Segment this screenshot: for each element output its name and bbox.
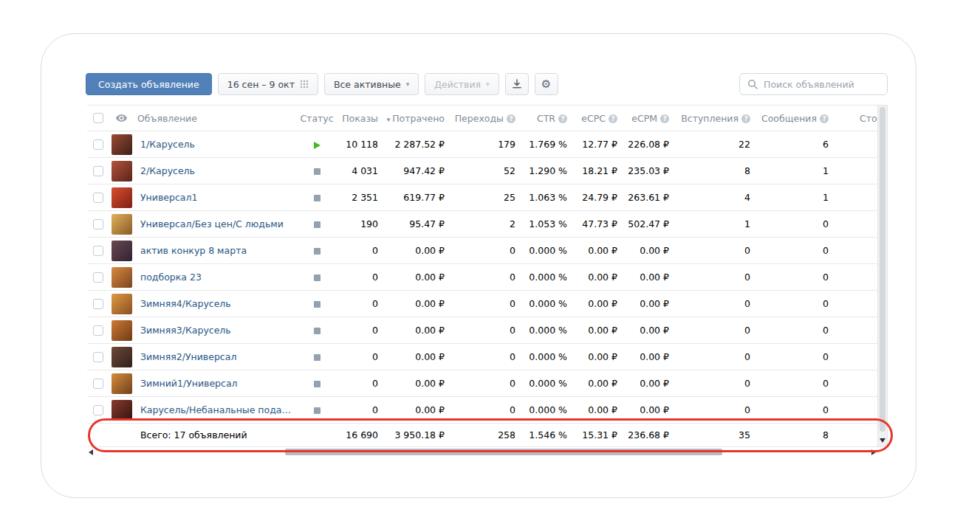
ad-thumbnail[interactable] — [112, 400, 132, 421]
cell-messages: 1 — [753, 165, 832, 176]
column-header-status[interactable]: Статус — [294, 113, 340, 124]
cell-clicks: 0 — [448, 325, 518, 336]
ad-name-link[interactable]: Зимняя4/Карусель — [140, 298, 231, 309]
cell-impressions: 190 — [340, 218, 381, 229]
cell-ecpm: 0.00 ₽ — [620, 245, 672, 256]
scroll-down-icon[interactable] — [880, 438, 885, 443]
column-header-ad[interactable]: Объявление — [137, 113, 197, 124]
row-checkbox[interactable] — [93, 219, 103, 229]
export-button[interactable] — [505, 73, 529, 95]
help-icon[interactable]: ? — [558, 114, 567, 123]
search-box[interactable] — [739, 73, 888, 95]
row-checkbox[interactable] — [93, 352, 103, 362]
help-icon[interactable]: ? — [660, 114, 669, 123]
row-checkbox[interactable] — [93, 246, 103, 256]
column-header-messages[interactable]: Сообщения? — [753, 113, 832, 124]
ad-thumbnail[interactable] — [112, 161, 132, 182]
help-icon[interactable]: ? — [609, 114, 617, 123]
total-spent: 3 950.18 ₽ — [381, 429, 448, 441]
cell-ctr: 0.000 % — [518, 298, 570, 309]
table-row: Карусель/Небанальные подарки 0 0.00 ₽ 0 … — [87, 397, 877, 424]
ad-thumbnail[interactable] — [112, 241, 132, 261]
chevron-down-icon: ▾ — [406, 81, 410, 88]
date-range-label: 16 сен – 9 окт — [227, 79, 295, 90]
status-filter-dropdown[interactable]: Все активные ▾ — [324, 73, 419, 95]
column-header-cost[interactable]: Стои? — [832, 113, 877, 124]
date-range-button[interactable]: 16 сен – 9 окт — [218, 73, 318, 95]
help-icon[interactable]: ? — [820, 114, 829, 123]
table-row: 1/Карусель 10 118 2 287.52 ₽ 179 1.769 %… — [87, 131, 877, 158]
ad-name-link[interactable]: Карусель/Небанальные подарки — [140, 404, 294, 415]
scroll-left-icon[interactable] — [89, 449, 93, 455]
column-header-ctr[interactable]: CTR? — [518, 113, 570, 124]
scroll-right-icon[interactable] — [871, 449, 876, 455]
actions-dropdown[interactable]: Действия ▾ — [425, 73, 498, 95]
cell-messages: 0 — [753, 245, 832, 256]
ad-thumbnail[interactable] — [112, 294, 132, 314]
column-header-clicks[interactable]: Переходы? — [448, 113, 518, 124]
ad-thumbnail[interactable] — [112, 134, 132, 155]
cell-ecpm: 0.00 ₽ — [620, 351, 672, 362]
total-messages: 8 — [753, 429, 832, 441]
horizontal-scrollbar[interactable] — [87, 447, 877, 457]
row-checkbox[interactable] — [93, 405, 103, 415]
cell-impressions: 10 118 — [340, 139, 381, 150]
select-all-checkbox[interactable] — [93, 113, 103, 123]
cell-ecpc: 47.73 ₽ — [570, 218, 620, 229]
ad-thumbnail[interactable] — [112, 320, 132, 341]
ad-name-link[interactable]: подборка 23 — [140, 272, 202, 283]
cell-clicks: 0 — [448, 298, 518, 309]
help-icon[interactable]: ? — [507, 114, 515, 123]
row-checkbox[interactable] — [93, 299, 103, 309]
status-icon — [314, 248, 321, 255]
table-row: Зимняя2/Универсал 0 0.00 ₽ 0 0.000 % 0.0… — [87, 344, 877, 370]
ad-name-link[interactable]: Зимний1/Универсал — [140, 378, 238, 389]
eye-icon[interactable] — [115, 114, 128, 122]
cell-ecpm: 0.00 ₽ — [620, 378, 672, 389]
ad-name-link[interactable]: Универсал/Без цен/С людьми — [140, 218, 284, 229]
ad-name-link[interactable]: актив конкур 8 марта — [140, 245, 247, 256]
total-ctr: 1.546 % — [518, 429, 570, 441]
ad-thumbnail[interactable] — [112, 267, 132, 288]
row-checkbox[interactable] — [93, 272, 103, 283]
total-row: Всего: 17 объявлений 16 690 3 950.18 ₽ 2… — [87, 424, 877, 447]
horizontal-scrollbar-thumb[interactable] — [285, 449, 722, 455]
settings-button[interactable]: ⚙ — [535, 73, 558, 95]
cell-joins: 0 — [672, 245, 753, 256]
ad-thumbnail[interactable] — [112, 347, 132, 367]
cell-spent: 0.00 ₽ — [381, 351, 448, 362]
cell-ecpc: 0.00 ₽ — [570, 351, 620, 362]
row-checkbox[interactable] — [93, 325, 103, 336]
help-icon[interactable]: ? — [741, 114, 750, 123]
ad-name-link[interactable]: Зимняя3/Карусель — [140, 325, 231, 336]
cell-messages: 0 — [753, 404, 832, 415]
ad-thumbnail[interactable] — [112, 187, 132, 208]
table-body: 1/Карусель 10 118 2 287.52 ₽ 179 1.769 %… — [87, 131, 877, 424]
ad-name-link[interactable]: Зимняя2/Универсал — [140, 351, 236, 362]
row-checkbox[interactable] — [93, 193, 103, 203]
column-header-spent[interactable]: ▾Потрачено — [381, 113, 448, 124]
row-checkbox[interactable] — [93, 139, 103, 150]
ad-name-link[interactable]: 1/Карусель — [140, 139, 195, 150]
create-ad-button[interactable]: Создать объявление — [86, 73, 212, 95]
cell-impressions: 0 — [340, 245, 381, 256]
vertical-scrollbar-thumb[interactable] — [880, 107, 885, 432]
row-checkbox[interactable] — [93, 379, 103, 389]
cell-messages: 0 — [753, 218, 832, 229]
column-header-ecpm[interactable]: eCPM? — [620, 113, 672, 124]
cell-impressions: 0 — [340, 298, 381, 309]
column-header-ecpc[interactable]: eCPC? — [570, 113, 620, 124]
ad-thumbnail[interactable] — [112, 214, 132, 235]
vertical-scrollbar[interactable] — [877, 105, 888, 447]
cell-spent: 947.42 ₽ — [381, 165, 448, 176]
row-checkbox[interactable] — [93, 166, 103, 176]
column-header-impressions[interactable]: Показы — [340, 113, 381, 124]
ad-name-link[interactable]: Универсал1 — [140, 192, 197, 203]
cell-clicks: 0 — [448, 378, 518, 389]
ad-thumbnail[interactable] — [112, 373, 132, 394]
search-input[interactable] — [764, 79, 880, 90]
table-row: актив конкур 8 марта 0 0.00 ₽ 0 0.000 % … — [87, 238, 877, 264]
cell-clicks: 0 — [448, 272, 518, 283]
column-header-joins[interactable]: Вступления? — [672, 113, 753, 124]
ad-name-link[interactable]: 2/Карусель — [140, 165, 195, 176]
